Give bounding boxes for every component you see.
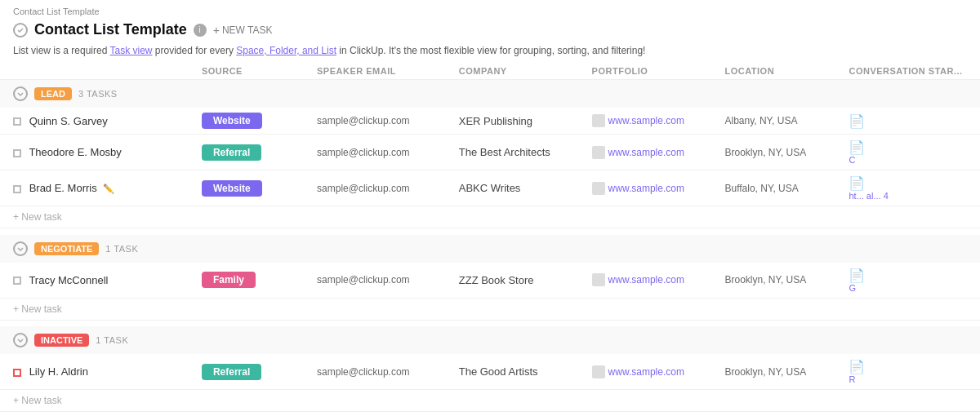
name-cell: Tracy McConnell <box>0 263 195 299</box>
group-badge-1: NEGOTIATE <box>34 242 99 255</box>
source-tag[interactable]: Referral <box>202 364 261 380</box>
group-task-count-2: 1 TASK <box>96 335 128 345</box>
company-cell: The Good Artists <box>452 354 586 390</box>
conversation-cell: 📄 G <box>842 263 980 299</box>
new-task-row-0[interactable]: + New task <box>0 206 980 228</box>
task-checkbox[interactable] <box>13 369 21 377</box>
group-toggle-1[interactable] <box>13 241 28 256</box>
source-tag[interactable]: Website <box>202 180 262 197</box>
table-row: Brad E. Morris ✏️ Website sample@clickup… <box>0 170 980 206</box>
location-cell: Albany, NY, USA <box>718 108 842 135</box>
portfolio-cell: www.sample.com <box>586 170 719 206</box>
name-cell: Theodore E. Mosby <box>0 135 195 170</box>
conversation-extra: ht... al... 4 <box>849 191 973 201</box>
conversation-cell: 📄 C <box>842 135 980 170</box>
task-name[interactable]: Tracy McConnell <box>29 274 108 286</box>
conversation-icon[interactable]: 📄 <box>849 114 865 128</box>
group-badge-2: INACTIVE <box>34 334 89 347</box>
portfolio-url[interactable]: www.sample.com <box>608 147 684 158</box>
task-name[interactable]: Quinn S. Garvey <box>29 115 108 127</box>
group-header-1[interactable]: NEGOTIATE 1 TASK <box>0 235 980 263</box>
location-cell: Brooklyn, NY, USA <box>718 263 842 299</box>
source-cell: Website <box>195 108 310 135</box>
group-header-0[interactable]: LEAD 3 TASKS <box>0 80 980 108</box>
col-header-name <box>0 63 195 80</box>
conversation-cell: 📄 ht... al... 4 <box>842 170 980 206</box>
space-folder-list-link[interactable]: Space, Folder, and List <box>236 45 336 56</box>
conversation-extra: C <box>849 155 973 165</box>
task-checkbox[interactable] <box>13 185 21 193</box>
source-tag[interactable]: Website <box>202 113 262 129</box>
task-checkbox[interactable] <box>13 149 21 157</box>
company-cell: The Best Architects <box>452 135 586 170</box>
col-header-portfolio: PORTFOLIO <box>586 63 719 80</box>
conversation-extra: G <box>849 283 973 293</box>
conversation-extra: R <box>849 374 973 384</box>
status-circle[interactable] <box>13 23 28 38</box>
portfolio-favicon <box>592 365 605 378</box>
group-toggle-0[interactable] <box>13 86 28 101</box>
portfolio-cell: www.sample.com <box>586 263 719 299</box>
portfolio-favicon <box>592 146 605 159</box>
col-header-source: SOURCE <box>195 63 310 80</box>
new-task-label[interactable]: + New task <box>0 390 980 412</box>
conversation-icon[interactable]: 📄 <box>849 176 865 190</box>
task-name[interactable]: Lily H. Aldrin <box>29 365 88 378</box>
email-cell: sample@clickup.com <box>310 354 452 390</box>
conversation-cell: 📄 <box>842 108 980 135</box>
new-task-label[interactable]: + New task <box>0 206 980 228</box>
task-name[interactable]: Brad E. Morris <box>29 182 97 194</box>
col-header-location: LOCATION <box>718 63 842 80</box>
group-header-2[interactable]: INACTIVE 1 TASK <box>0 326 980 354</box>
portfolio-cell: www.sample.com <box>586 135 719 170</box>
email-cell: sample@clickup.com <box>310 108 452 135</box>
table-row: Theodore E. Mosby Referral sample@clicku… <box>0 135 980 170</box>
task-checkbox[interactable] <box>13 277 21 285</box>
portfolio-url[interactable]: www.sample.com <box>608 115 684 126</box>
conversation-icon[interactable]: 📄 <box>849 140 865 154</box>
email-cell: sample@clickup.com <box>310 135 452 170</box>
portfolio-favicon <box>592 182 605 195</box>
col-header-email: SPEAKER EMAIL <box>310 63 452 80</box>
source-tag[interactable]: Family <box>202 272 256 288</box>
source-cell: Referral <box>195 135 310 170</box>
name-cell: Quinn S. Garvey <box>0 108 195 135</box>
edit-icon[interactable]: ✏️ <box>103 184 114 193</box>
group-toggle-2[interactable] <box>13 333 28 347</box>
name-cell: Brad E. Morris ✏️ <box>0 170 195 206</box>
email-cell: sample@clickup.com <box>310 170 452 206</box>
conversation-icon[interactable]: 📄 <box>849 360 865 374</box>
task-name[interactable]: Theodore E. Mosby <box>29 146 121 158</box>
portfolio-favicon <box>592 114 605 127</box>
email-cell: sample@clickup.com <box>310 263 452 299</box>
new-task-row-2[interactable]: + New task <box>0 390 980 412</box>
task-view-link[interactable]: Task view <box>110 45 153 56</box>
source-cell: Family <box>195 263 310 299</box>
col-header-company: COMPANY <box>452 63 586 80</box>
source-cell: Website <box>195 170 310 206</box>
portfolio-cell: www.sample.com <box>586 108 719 135</box>
source-tag[interactable]: Referral <box>202 144 261 161</box>
portfolio-url[interactable]: www.sample.com <box>608 183 684 194</box>
conversation-cell: 📄 R <box>842 354 980 390</box>
contact-table: SOURCE SPEAKER EMAIL COMPANY PORTFOLIO L… <box>0 63 980 416</box>
portfolio-url[interactable]: www.sample.com <box>608 274 684 285</box>
new-task-button[interactable]: NEW TASK <box>213 24 273 37</box>
breadcrumb: Contact List Template <box>0 0 980 16</box>
group-task-count-0: 3 TASKS <box>78 89 118 99</box>
company-cell: ZZZ Book Store <box>452 263 586 299</box>
info-icon[interactable]: i <box>194 24 207 37</box>
portfolio-favicon <box>592 273 605 286</box>
portfolio-url[interactable]: www.sample.com <box>608 366 684 378</box>
location-cell: Buffalo, NY, USA <box>718 170 842 206</box>
page-title: Contact List Template <box>34 21 187 38</box>
company-cell: XER Publishing <box>452 108 586 135</box>
company-cell: ABKC Writes <box>452 170 586 206</box>
subtitle-bar: List view is a required Task view provid… <box>0 42 980 63</box>
new-task-label[interactable]: + New task <box>0 298 980 320</box>
portfolio-cell: www.sample.com <box>586 354 719 390</box>
new-task-row-1[interactable]: + New task <box>0 298 980 320</box>
task-checkbox[interactable] <box>13 117 21 126</box>
table-container: SOURCE SPEAKER EMAIL COMPANY PORTFOLIO L… <box>0 63 980 416</box>
conversation-icon[interactable]: 📄 <box>849 268 865 282</box>
